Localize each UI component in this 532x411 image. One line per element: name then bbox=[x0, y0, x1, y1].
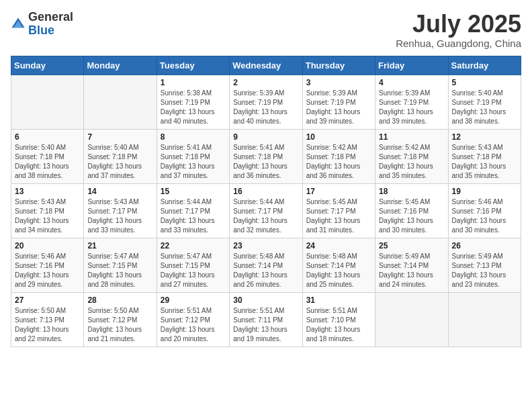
day-info: Sunrise: 5:51 AMSunset: 7:12 PMDaylight:… bbox=[161, 306, 226, 344]
day-number: 5 bbox=[452, 78, 517, 87]
day-info: Sunrise: 5:39 AMSunset: 7:19 PMDaylight:… bbox=[233, 89, 298, 126]
day-number: 9 bbox=[233, 132, 298, 142]
day-info: Sunrise: 5:41 AMSunset: 7:18 PMDaylight:… bbox=[233, 143, 298, 181]
day-number: 10 bbox=[306, 132, 371, 142]
day-number: 30 bbox=[233, 295, 298, 305]
calendar-cell: 4Sunrise: 5:39 AMSunset: 7:19 PMDaylight… bbox=[375, 75, 448, 129]
calendar-week-row: 13Sunrise: 5:43 AMSunset: 7:18 PMDayligh… bbox=[11, 183, 521, 238]
month-year-title: July 2025 bbox=[396, 11, 521, 38]
calendar-cell: 16Sunrise: 5:44 AMSunset: 7:17 PMDayligh… bbox=[230, 183, 302, 238]
calendar-week-row: 6Sunrise: 5:40 AMSunset: 7:18 PMDaylight… bbox=[11, 129, 521, 183]
day-number: 11 bbox=[379, 132, 444, 142]
day-number: 28 bbox=[87, 295, 152, 305]
day-info: Sunrise: 5:47 AMSunset: 7:15 PMDaylight:… bbox=[87, 252, 152, 289]
day-number: 18 bbox=[379, 187, 444, 196]
calendar-cell: 8Sunrise: 5:41 AMSunset: 7:18 PMDaylight… bbox=[157, 129, 229, 183]
day-info: Sunrise: 5:50 AMSunset: 7:12 PMDaylight:… bbox=[87, 306, 152, 344]
calendar-cell: 17Sunrise: 5:45 AMSunset: 7:17 PMDayligh… bbox=[302, 183, 375, 238]
calendar-cell: 15Sunrise: 5:44 AMSunset: 7:17 PMDayligh… bbox=[157, 183, 229, 238]
calendar-header-thursday: Thursday bbox=[302, 56, 375, 75]
calendar-cell: 31Sunrise: 5:51 AMSunset: 7:10 PMDayligh… bbox=[302, 292, 375, 347]
day-number: 15 bbox=[161, 187, 226, 196]
day-number: 16 bbox=[233, 187, 298, 196]
calendar-cell: 28Sunrise: 5:50 AMSunset: 7:12 PMDayligh… bbox=[84, 292, 157, 347]
calendar-cell: 19Sunrise: 5:46 AMSunset: 7:16 PMDayligh… bbox=[448, 183, 521, 238]
day-number: 3 bbox=[306, 78, 371, 87]
calendar-cell bbox=[375, 292, 448, 347]
day-number: 31 bbox=[306, 295, 371, 305]
logo-blue-text: Blue bbox=[28, 24, 54, 37]
day-info: Sunrise: 5:48 AMSunset: 7:14 PMDaylight:… bbox=[306, 252, 371, 289]
day-number: 20 bbox=[15, 241, 80, 250]
day-info: Sunrise: 5:43 AMSunset: 7:18 PMDaylight:… bbox=[15, 197, 80, 235]
day-number: 6 bbox=[15, 132, 80, 142]
day-number: 25 bbox=[379, 241, 444, 250]
calendar-cell: 18Sunrise: 5:45 AMSunset: 7:16 PMDayligh… bbox=[375, 183, 448, 238]
day-number: 13 bbox=[15, 187, 80, 196]
day-info: Sunrise: 5:44 AMSunset: 7:17 PMDaylight:… bbox=[233, 197, 298, 235]
day-info: Sunrise: 5:46 AMSunset: 7:16 PMDaylight:… bbox=[452, 197, 517, 235]
day-info: Sunrise: 5:38 AMSunset: 7:19 PMDaylight:… bbox=[161, 89, 226, 126]
day-info: Sunrise: 5:42 AMSunset: 7:18 PMDaylight:… bbox=[379, 143, 444, 181]
day-info: Sunrise: 5:43 AMSunset: 7:18 PMDaylight:… bbox=[452, 143, 517, 181]
calendar-header-saturday: Saturday bbox=[448, 56, 521, 75]
day-info: Sunrise: 5:39 AMSunset: 7:19 PMDaylight:… bbox=[379, 89, 444, 126]
calendar-cell: 5Sunrise: 5:40 AMSunset: 7:19 PMDaylight… bbox=[448, 75, 521, 129]
calendar-week-row: 20Sunrise: 5:46 AMSunset: 7:16 PMDayligh… bbox=[11, 238, 521, 292]
day-number: 17 bbox=[306, 187, 371, 196]
day-number: 12 bbox=[452, 132, 517, 142]
day-number: 4 bbox=[379, 78, 444, 87]
calendar-cell: 21Sunrise: 5:47 AMSunset: 7:15 PMDayligh… bbox=[84, 238, 157, 292]
calendar-cell: 13Sunrise: 5:43 AMSunset: 7:18 PMDayligh… bbox=[11, 183, 84, 238]
day-info: Sunrise: 5:42 AMSunset: 7:18 PMDaylight:… bbox=[306, 143, 371, 181]
calendar-cell: 14Sunrise: 5:43 AMSunset: 7:17 PMDayligh… bbox=[84, 183, 157, 238]
day-info: Sunrise: 5:48 AMSunset: 7:14 PMDaylight:… bbox=[233, 252, 298, 289]
logo: General Blue bbox=[11, 11, 73, 38]
calendar-cell: 11Sunrise: 5:42 AMSunset: 7:18 PMDayligh… bbox=[375, 129, 448, 183]
day-number: 1 bbox=[161, 78, 226, 87]
calendar-header-row: SundayMondayTuesdayWednesdayThursdayFrid… bbox=[11, 56, 521, 75]
logo-icon bbox=[11, 17, 26, 32]
calendar-cell: 30Sunrise: 5:51 AMSunset: 7:11 PMDayligh… bbox=[230, 292, 302, 347]
day-info: Sunrise: 5:45 AMSunset: 7:17 PMDaylight:… bbox=[306, 197, 371, 235]
day-info: Sunrise: 5:44 AMSunset: 7:17 PMDaylight:… bbox=[161, 197, 226, 235]
calendar-cell: 22Sunrise: 5:47 AMSunset: 7:15 PMDayligh… bbox=[157, 238, 229, 292]
day-number: 2 bbox=[233, 78, 298, 87]
calendar-cell: 26Sunrise: 5:49 AMSunset: 7:13 PMDayligh… bbox=[448, 238, 521, 292]
day-info: Sunrise: 5:40 AMSunset: 7:19 PMDaylight:… bbox=[452, 89, 517, 126]
calendar-cell: 25Sunrise: 5:49 AMSunset: 7:14 PMDayligh… bbox=[375, 238, 448, 292]
day-info: Sunrise: 5:41 AMSunset: 7:18 PMDaylight:… bbox=[161, 143, 226, 181]
day-number: 26 bbox=[452, 241, 517, 250]
calendar-header-friday: Friday bbox=[375, 56, 448, 75]
day-info: Sunrise: 5:39 AMSunset: 7:19 PMDaylight:… bbox=[306, 89, 371, 126]
calendar-cell: 29Sunrise: 5:51 AMSunset: 7:12 PMDayligh… bbox=[157, 292, 229, 347]
logo-general-text: General bbox=[28, 10, 73, 24]
calendar-header-monday: Monday bbox=[84, 56, 157, 75]
calendar-cell: 10Sunrise: 5:42 AMSunset: 7:18 PMDayligh… bbox=[302, 129, 375, 183]
calendar-header-wednesday: Wednesday bbox=[230, 56, 302, 75]
calendar-cell: 3Sunrise: 5:39 AMSunset: 7:19 PMDaylight… bbox=[302, 75, 375, 129]
day-info: Sunrise: 5:40 AMSunset: 7:18 PMDaylight:… bbox=[87, 143, 152, 181]
day-info: Sunrise: 5:40 AMSunset: 7:18 PMDaylight:… bbox=[15, 143, 80, 181]
calendar-cell: 27Sunrise: 5:50 AMSunset: 7:13 PMDayligh… bbox=[11, 292, 84, 347]
day-number: 19 bbox=[452, 187, 517, 196]
calendar-week-row: 27Sunrise: 5:50 AMSunset: 7:13 PMDayligh… bbox=[11, 292, 521, 347]
day-number: 23 bbox=[233, 241, 298, 250]
day-info: Sunrise: 5:46 AMSunset: 7:16 PMDaylight:… bbox=[15, 252, 80, 289]
day-info: Sunrise: 5:51 AMSunset: 7:11 PMDaylight:… bbox=[233, 306, 298, 344]
day-number: 29 bbox=[161, 295, 226, 305]
day-number: 21 bbox=[87, 241, 152, 250]
day-info: Sunrise: 5:45 AMSunset: 7:16 PMDaylight:… bbox=[379, 197, 444, 235]
calendar-table: SundayMondayTuesdayWednesdayThursdayFrid… bbox=[11, 56, 521, 347]
day-info: Sunrise: 5:50 AMSunset: 7:13 PMDaylight:… bbox=[15, 306, 80, 344]
calendar-cell: 6Sunrise: 5:40 AMSunset: 7:18 PMDaylight… bbox=[11, 129, 84, 183]
calendar-cell bbox=[11, 75, 84, 129]
calendar-cell: 23Sunrise: 5:48 AMSunset: 7:14 PMDayligh… bbox=[230, 238, 302, 292]
calendar-header-tuesday: Tuesday bbox=[157, 56, 229, 75]
calendar-header-sunday: Sunday bbox=[11, 56, 84, 75]
day-info: Sunrise: 5:49 AMSunset: 7:13 PMDaylight:… bbox=[452, 252, 517, 289]
calendar-cell: 12Sunrise: 5:43 AMSunset: 7:18 PMDayligh… bbox=[448, 129, 521, 183]
calendar-cell: 24Sunrise: 5:48 AMSunset: 7:14 PMDayligh… bbox=[302, 238, 375, 292]
day-info: Sunrise: 5:43 AMSunset: 7:17 PMDaylight:… bbox=[87, 197, 152, 235]
day-number: 24 bbox=[306, 241, 371, 250]
